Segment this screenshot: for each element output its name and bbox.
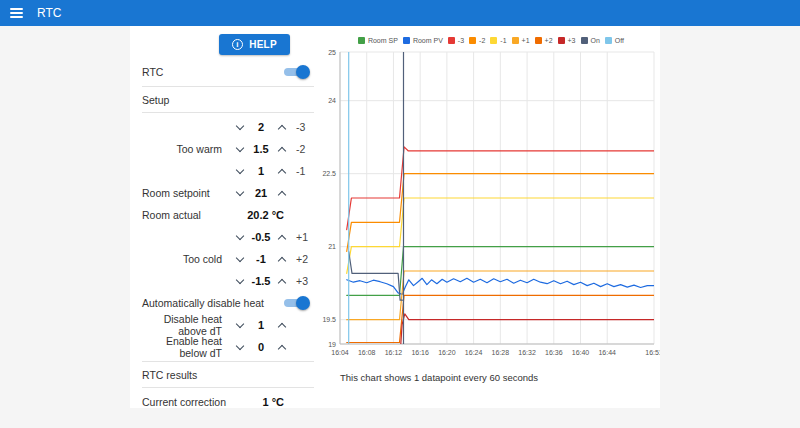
- chevron-down-icon: [236, 276, 244, 284]
- legend-item--2[interactable]: -2: [469, 37, 485, 44]
- rtc-enable-toggle[interactable]: [283, 65, 310, 79]
- legend-swatch-icon: [581, 37, 588, 44]
- svg-text:19: 19: [328, 341, 336, 348]
- chevron-up-icon: [278, 256, 286, 264]
- stepper-value: 1: [248, 319, 274, 331]
- legend-item-room-pv[interactable]: Room PV: [403, 37, 443, 44]
- increment-button[interactable]: [274, 317, 290, 333]
- room-setpoint-label: Room setpoint: [142, 187, 232, 199]
- offset-label: -2: [296, 143, 314, 155]
- top-app-bar: RTC: [0, 0, 800, 26]
- increment-button[interactable]: [274, 163, 290, 179]
- svg-text:16:24: 16:24: [465, 349, 483, 356]
- rtc-chart: 16:0416:0816:1216:1616:2016:2416:2816:32…: [322, 46, 660, 366]
- legend-label: Off: [615, 37, 624, 44]
- stepper-row-too-cold-3: -1.5 +3: [142, 270, 314, 292]
- decrement-button[interactable]: [232, 141, 248, 157]
- divider: [142, 112, 314, 113]
- decrement-button[interactable]: [232, 251, 248, 267]
- decrement-button[interactable]: [232, 273, 248, 289]
- room-actual-value: 20.2 °C: [247, 209, 314, 221]
- legend-swatch-icon: [512, 37, 519, 44]
- legend-swatch-icon: [490, 37, 497, 44]
- legend-label: +2: [545, 37, 553, 44]
- decrement-button[interactable]: [232, 339, 248, 355]
- stepper-row-too-warm-3: 2 -3: [142, 116, 314, 138]
- chart-panel: Room SPRoom PV-3-2-1+1+2+3OnOff 16:0416:…: [322, 26, 660, 408]
- legend-label: +3: [568, 37, 576, 44]
- svg-text:16:44: 16:44: [598, 349, 616, 356]
- svg-text:16:16: 16:16: [411, 349, 429, 356]
- stepper-value: 1.5: [248, 143, 274, 155]
- chevron-up-icon: [278, 322, 286, 330]
- chevron-down-icon: [236, 144, 244, 152]
- control-panel: i HELP RTC Setup 2 -3 Too warm 1.5 -2: [130, 26, 322, 408]
- legend-item--2[interactable]: +2: [535, 37, 553, 44]
- decrement-button[interactable]: [232, 229, 248, 245]
- current-correction-row: Current correction 1 °C: [142, 391, 314, 413]
- decrement-button[interactable]: [232, 185, 248, 201]
- increment-button[interactable]: [274, 339, 290, 355]
- legend-item--1[interactable]: +1: [512, 37, 530, 44]
- svg-text:16:32: 16:32: [518, 349, 536, 356]
- legend-item--3[interactable]: -3: [448, 37, 464, 44]
- room-setpoint-value: 21: [248, 187, 274, 199]
- increment-button[interactable]: [274, 119, 290, 135]
- legend-item-off[interactable]: Off: [605, 37, 624, 44]
- legend-label: On: [591, 37, 600, 44]
- svg-text:21: 21: [328, 243, 336, 250]
- svg-text:22.5: 22.5: [322, 170, 336, 177]
- stepper-label: Enable heat below dT: [142, 335, 232, 359]
- stepper-row-room-setpoint: Room setpoint 21: [142, 182, 314, 204]
- svg-text:16:08: 16:08: [358, 349, 376, 356]
- stepper-row-too-cold-1: -0.5 +1: [142, 226, 314, 248]
- offset-label: +2: [296, 253, 314, 265]
- legend-swatch-icon: [448, 37, 455, 44]
- legend-label: -3: [458, 37, 464, 44]
- auto-disable-heat-row: Automatically disable heat: [142, 292, 314, 314]
- decrement-button[interactable]: [232, 163, 248, 179]
- offset-label: -1: [296, 165, 314, 177]
- auto-disable-heat-toggle[interactable]: [283, 296, 310, 310]
- help-button[interactable]: i HELP: [219, 34, 290, 55]
- legend-item-room-sp[interactable]: Room SP: [358, 37, 398, 44]
- svg-text:16:51: 16:51: [645, 349, 660, 356]
- stepper-value: 0: [248, 341, 274, 353]
- stepper-row-disable-heat-dt: Disable heat above dT 1: [142, 314, 314, 336]
- legend-swatch-icon: [605, 37, 612, 44]
- chevron-down-icon: [236, 320, 244, 328]
- hamburger-menu-icon[interactable]: [10, 8, 23, 18]
- room-actual-row: Room actual 20.2 °C: [142, 204, 314, 226]
- decrement-button[interactable]: [232, 119, 248, 135]
- increment-button[interactable]: [274, 185, 290, 201]
- divider: [142, 387, 314, 388]
- svg-text:16:04: 16:04: [331, 349, 349, 356]
- increment-button[interactable]: [274, 251, 290, 267]
- legend-label: -2: [479, 37, 485, 44]
- chevron-up-icon: [278, 234, 286, 242]
- increment-button[interactable]: [274, 229, 290, 245]
- info-icon: i: [232, 39, 243, 50]
- offset-label: +1: [296, 231, 314, 243]
- chevron-down-icon: [236, 166, 244, 174]
- stepper-label: Disable heat above dT: [142, 313, 232, 337]
- legend-item-on[interactable]: On: [581, 37, 600, 44]
- chevron-up-icon: [278, 146, 286, 154]
- svg-text:16:20: 16:20: [438, 349, 456, 356]
- legend-label: Room PV: [413, 37, 443, 44]
- legend-swatch-icon: [535, 37, 542, 44]
- legend-item--3[interactable]: +3: [558, 37, 576, 44]
- divider: [142, 86, 314, 87]
- increment-button[interactable]: [274, 273, 290, 289]
- app-title: RTC: [37, 6, 61, 20]
- stepper-row-too-warm-1: 1 -1: [142, 160, 314, 182]
- stepper-value: -0.5: [248, 231, 274, 243]
- decrement-button[interactable]: [232, 317, 248, 333]
- increment-button[interactable]: [274, 141, 290, 157]
- stepper-value: -1: [248, 253, 274, 265]
- chevron-up-icon: [278, 344, 286, 352]
- svg-text:16:12: 16:12: [385, 349, 403, 356]
- stepper-row-enable-heat-dt: Enable heat below dT 0: [142, 336, 314, 358]
- legend-item--1[interactable]: -1: [490, 37, 506, 44]
- stepper-value: 1: [248, 165, 274, 177]
